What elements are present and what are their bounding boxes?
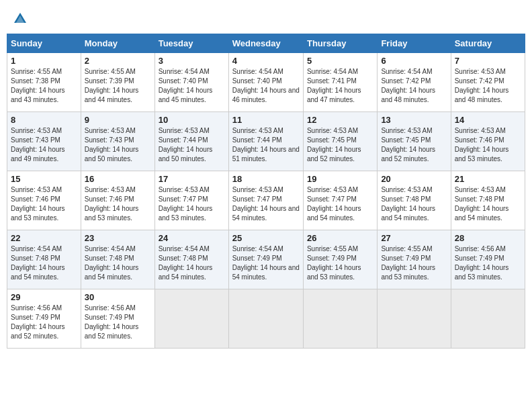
day-info: Sunrise: 4:53 AMSunset: 7:47 PMDaylight:… [159, 186, 213, 222]
day-number: 10 [159, 115, 225, 125]
calendar-cell: 5 Sunrise: 4:54 AMSunset: 7:41 PMDayligh… [303, 53, 377, 112]
calendar-cell: 16 Sunrise: 4:53 AMSunset: 7:46 PMDaylig… [81, 171, 154, 230]
day-number: 13 [381, 115, 447, 125]
calendar-cell: 20 Sunrise: 4:53 AMSunset: 7:48 PMDaylig… [378, 171, 451, 230]
day-info: Sunrise: 4:55 AMSunset: 7:49 PMDaylight:… [381, 245, 435, 281]
calendar-table: SundayMondayTuesdayWednesdayThursdayFrid… [7, 34, 525, 349]
calendar-cell: 17 Sunrise: 4:53 AMSunset: 7:47 PMDaylig… [154, 171, 228, 230]
day-info: Sunrise: 4:53 AMSunset: 7:48 PMDaylight:… [455, 186, 509, 222]
calendar-cell: 26 Sunrise: 4:55 AMSunset: 7:49 PMDaylig… [303, 230, 377, 289]
day-number: 15 [11, 174, 77, 184]
day-number: 30 [85, 292, 151, 302]
calendar-cell: 15 Sunrise: 4:53 AMSunset: 7:46 PMDaylig… [7, 171, 81, 230]
day-number: 9 [85, 115, 151, 125]
calendar-cell: 13 Sunrise: 4:53 AMSunset: 7:45 PMDaylig… [378, 112, 451, 171]
calendar-cell [154, 289, 228, 349]
day-number: 23 [85, 233, 151, 243]
week-row-3: 15 Sunrise: 4:53 AMSunset: 7:46 PMDaylig… [7, 171, 525, 230]
header-thursday: Thursday [303, 34, 377, 53]
calendar-cell: 2 Sunrise: 4:55 AMSunset: 7:39 PMDayligh… [81, 53, 154, 112]
calendar-cell: 28 Sunrise: 4:56 AMSunset: 7:49 PMDaylig… [451, 230, 525, 289]
day-number: 29 [11, 292, 77, 302]
day-number: 11 [232, 115, 300, 125]
day-info: Sunrise: 4:56 AMSunset: 7:49 PMDaylight:… [85, 304, 139, 340]
day-info: Sunrise: 4:53 AMSunset: 7:46 PMDaylight:… [455, 127, 509, 163]
calendar-cell: 12 Sunrise: 4:53 AMSunset: 7:45 PMDaylig… [303, 112, 377, 171]
week-row-5: 29 Sunrise: 4:56 AMSunset: 7:49 PMDaylig… [7, 289, 525, 349]
calendar-cell: 3 Sunrise: 4:54 AMSunset: 7:40 PMDayligh… [154, 53, 228, 112]
calendar-cell [303, 289, 377, 349]
calendar-cell: 14 Sunrise: 4:53 AMSunset: 7:46 PMDaylig… [451, 112, 525, 171]
day-number: 2 [85, 56, 151, 66]
calendar-cell: 24 Sunrise: 4:54 AMSunset: 7:48 PMDaylig… [154, 230, 228, 289]
header-saturday: Saturday [451, 34, 525, 53]
day-number: 27 [381, 233, 447, 243]
day-number: 16 [85, 174, 151, 184]
day-number: 1 [11, 56, 77, 66]
day-number: 14 [455, 115, 521, 125]
calendar-cell: 29 Sunrise: 4:56 AMSunset: 7:49 PMDaylig… [7, 289, 81, 349]
calendar-cell: 1 Sunrise: 4:55 AMSunset: 7:38 PMDayligh… [7, 53, 81, 112]
calendar-cell: 7 Sunrise: 4:53 AMSunset: 7:42 PMDayligh… [451, 53, 525, 112]
calendar-cell [451, 289, 525, 349]
day-number: 20 [381, 174, 447, 184]
day-info: Sunrise: 4:54 AMSunset: 7:48 PMDaylight:… [85, 245, 139, 281]
day-info: Sunrise: 4:54 AMSunset: 7:41 PMDaylight:… [307, 68, 361, 103]
day-number: 7 [455, 56, 521, 66]
calendar-cell: 9 Sunrise: 4:53 AMSunset: 7:43 PMDayligh… [81, 112, 154, 171]
day-number: 18 [232, 174, 300, 184]
calendar-cell: 22 Sunrise: 4:54 AMSunset: 7:48 PMDaylig… [7, 230, 81, 289]
calendar-cell [378, 289, 451, 349]
header-tuesday: Tuesday [154, 34, 228, 53]
day-number: 22 [11, 233, 77, 243]
header-row: SundayMondayTuesdayWednesdayThursdayFrid… [7, 34, 525, 53]
day-info: Sunrise: 4:53 AMSunset: 7:47 PMDaylight:… [232, 186, 300, 222]
day-info: Sunrise: 4:55 AMSunset: 7:49 PMDaylight:… [307, 245, 361, 281]
logo-icon [12, 11, 28, 27]
day-number: 3 [159, 56, 225, 66]
day-number: 8 [11, 115, 77, 125]
day-info: Sunrise: 4:56 AMSunset: 7:49 PMDaylight:… [11, 304, 65, 340]
header-friday: Friday [378, 34, 451, 53]
day-number: 28 [455, 233, 521, 243]
calendar-cell [228, 289, 303, 349]
calendar-cell: 19 Sunrise: 4:53 AMSunset: 7:47 PMDaylig… [303, 171, 377, 230]
logo [12, 11, 30, 27]
day-info: Sunrise: 4:56 AMSunset: 7:49 PMDaylight:… [455, 245, 509, 281]
day-number: 12 [307, 115, 373, 125]
calendar-cell: 11 Sunrise: 4:53 AMSunset: 7:44 PMDaylig… [228, 112, 303, 171]
day-number: 25 [232, 233, 300, 243]
day-info: Sunrise: 4:53 AMSunset: 7:45 PMDaylight:… [307, 127, 361, 163]
day-info: Sunrise: 4:53 AMSunset: 7:48 PMDaylight:… [381, 186, 435, 222]
week-row-4: 22 Sunrise: 4:54 AMSunset: 7:48 PMDaylig… [7, 230, 525, 289]
calendar-cell: 21 Sunrise: 4:53 AMSunset: 7:48 PMDaylig… [451, 171, 525, 230]
calendar-cell: 10 Sunrise: 4:53 AMSunset: 7:44 PMDaylig… [154, 112, 228, 171]
day-info: Sunrise: 4:55 AMSunset: 7:39 PMDaylight:… [85, 68, 139, 103]
day-number: 21 [455, 174, 521, 184]
day-info: Sunrise: 4:53 AMSunset: 7:45 PMDaylight:… [381, 127, 435, 163]
day-number: 24 [159, 233, 225, 243]
day-info: Sunrise: 4:54 AMSunset: 7:40 PMDaylight:… [232, 68, 300, 103]
day-info: Sunrise: 4:53 AMSunset: 7:43 PMDaylight:… [11, 127, 65, 163]
calendar-cell: 4 Sunrise: 4:54 AMSunset: 7:40 PMDayligh… [228, 53, 303, 112]
day-info: Sunrise: 4:55 AMSunset: 7:38 PMDaylight:… [11, 68, 65, 103]
day-info: Sunrise: 4:53 AMSunset: 7:44 PMDaylight:… [159, 127, 213, 163]
day-number: 17 [159, 174, 225, 184]
calendar-cell: 6 Sunrise: 4:54 AMSunset: 7:42 PMDayligh… [378, 53, 451, 112]
day-number: 4 [232, 56, 300, 66]
day-info: Sunrise: 4:54 AMSunset: 7:49 PMDaylight:… [232, 245, 300, 281]
day-info: Sunrise: 4:53 AMSunset: 7:46 PMDaylight:… [85, 186, 139, 222]
calendar-cell: 25 Sunrise: 4:54 AMSunset: 7:49 PMDaylig… [228, 230, 303, 289]
week-row-1: 1 Sunrise: 4:55 AMSunset: 7:38 PMDayligh… [7, 53, 525, 112]
calendar-cell: 23 Sunrise: 4:54 AMSunset: 7:48 PMDaylig… [81, 230, 154, 289]
page-header [7, 7, 525, 31]
calendar-cell: 8 Sunrise: 4:53 AMSunset: 7:43 PMDayligh… [7, 112, 81, 171]
day-info: Sunrise: 4:53 AMSunset: 7:42 PMDaylight:… [455, 68, 509, 103]
day-info: Sunrise: 4:54 AMSunset: 7:40 PMDaylight:… [159, 68, 213, 103]
header-sunday: Sunday [7, 34, 81, 53]
week-row-2: 8 Sunrise: 4:53 AMSunset: 7:43 PMDayligh… [7, 112, 525, 171]
day-info: Sunrise: 4:53 AMSunset: 7:44 PMDaylight:… [232, 127, 300, 163]
calendar-cell: 27 Sunrise: 4:55 AMSunset: 7:49 PMDaylig… [378, 230, 451, 289]
day-number: 6 [381, 56, 447, 66]
calendar-cell: 30 Sunrise: 4:56 AMSunset: 7:49 PMDaylig… [81, 289, 154, 349]
